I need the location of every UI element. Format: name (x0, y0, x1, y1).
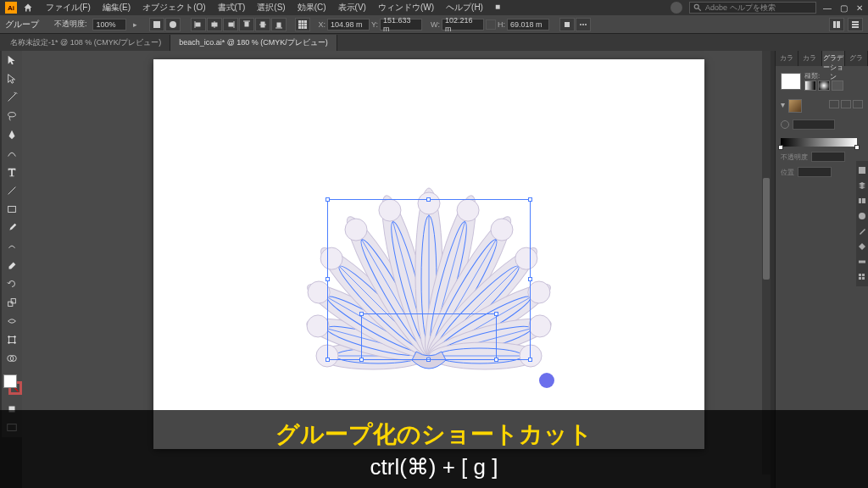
menu-file[interactable]: ファイル(F) (41, 0, 96, 15)
stroke-gradient-swatch[interactable] (788, 99, 802, 113)
panel-tab-colorguide[interactable]: カラ (798, 51, 821, 66)
svg-rect-7 (212, 23, 217, 26)
svg-point-74 (418, 192, 440, 214)
tab-doc2[interactable]: beach_ico.ai* @ 180 % (CMYK/プレビュー) (170, 35, 337, 51)
menu-window[interactable]: ウィンドウ(W) (373, 0, 439, 15)
line-tool[interactable] (2, 181, 22, 200)
gradient-slider[interactable] (781, 138, 857, 147)
align-center-button[interactable] (207, 18, 222, 31)
linear-gradient-button[interactable] (804, 80, 816, 91)
svg-rect-31 (852, 24, 859, 25)
close-icon[interactable]: ✕ (856, 3, 863, 13)
menu-object[interactable]: オブジェクト(O) (137, 0, 210, 15)
selection-tool[interactable] (2, 51, 22, 69)
menu-effect[interactable]: 効果(C) (292, 0, 331, 15)
chevron-down-icon[interactable]: ▸ (133, 20, 137, 29)
brushes-panel-icon[interactable] (856, 225, 868, 237)
align-middle-button[interactable] (255, 18, 270, 31)
gradient-stop[interactable] (854, 145, 860, 150)
svg-point-86 (515, 247, 537, 269)
symbols-panel-icon[interactable] (856, 241, 868, 252)
w-input[interactable]: 102.216 m (442, 19, 484, 30)
minimize-icon[interactable]: — (823, 3, 832, 13)
swatches-panel-icon[interactable] (856, 271, 868, 283)
recolor-button[interactable] (165, 18, 181, 31)
essentials-button[interactable] (848, 18, 863, 31)
maximize-icon[interactable]: ▢ (840, 3, 848, 13)
freeform-gradient-button[interactable] (832, 80, 843, 91)
align-bottom-button[interactable] (271, 18, 287, 31)
scrollbar-thumb[interactable] (763, 178, 770, 280)
stroke-grad-option1[interactable] (829, 100, 839, 108)
app-icon: Ai (5, 2, 17, 14)
curvature-tool[interactable] (2, 144, 22, 163)
pen-tool[interactable] (2, 125, 22, 144)
svg-point-27 (585, 24, 587, 25)
help-search[interactable]: Adobe ヘルプを検索 (689, 2, 816, 14)
extra-options-button[interactable] (576, 18, 591, 31)
search-placeholder: Adobe ヘルプを検索 (705, 3, 776, 14)
direct-selection-tool[interactable] (2, 69, 22, 88)
opacity-input[interactable]: 100% (92, 19, 126, 30)
svg-rect-2 (153, 21, 160, 28)
shape-builder-tool[interactable] (2, 349, 22, 368)
rotate-tool[interactable] (2, 274, 22, 293)
svg-rect-38 (9, 337, 15, 343)
libraries-panel-icon[interactable] (856, 195, 868, 207)
user-avatar[interactable] (670, 2, 682, 14)
h-input[interactable]: 69.018 m (507, 19, 549, 30)
menu-help[interactable]: ヘルプ(H) (441, 0, 488, 15)
align-right-button[interactable] (223, 18, 238, 31)
arrange-docs-button[interactable] (829, 18, 844, 31)
free-transform-tool[interactable] (2, 330, 22, 349)
edit-gradient-icon[interactable]: ▾ (781, 100, 785, 109)
angle-input[interactable] (793, 119, 835, 130)
transform-anchor[interactable] (295, 18, 310, 31)
stop-opacity-input[interactable] (811, 152, 845, 162)
home-icon[interactable] (22, 2, 34, 14)
stop-position-input[interactable] (798, 167, 832, 177)
panel-tab-gradient[interactable]: グラデーション (822, 51, 845, 66)
type-tool[interactable] (2, 163, 22, 181)
artboard[interactable] (153, 59, 704, 449)
gradient-swatch[interactable] (781, 73, 801, 90)
svg-rect-11 (245, 22, 248, 26)
shape-mode-button[interactable] (559, 18, 575, 31)
shaper-tool[interactable] (2, 237, 22, 256)
align-left-button[interactable] (191, 18, 206, 31)
style-button[interactable] (149, 18, 164, 31)
panel-tab-color[interactable]: カラ (776, 51, 798, 66)
fill-swatch[interactable] (3, 374, 17, 388)
radial-gradient-button[interactable] (818, 80, 830, 91)
menu-extra[interactable]: ■ (490, 0, 505, 15)
stroke-panel-icon[interactable] (856, 256, 868, 268)
rectangle-tool[interactable] (2, 200, 22, 219)
paintbrush-tool[interactable] (2, 219, 22, 237)
eraser-tool[interactable] (2, 256, 22, 274)
y-input[interactable]: 151.633 m (380, 19, 422, 30)
fill-stroke-swatch[interactable] (2, 373, 22, 400)
lasso-tool[interactable] (2, 107, 22, 125)
tab-doc1[interactable]: 名称未設定-1* @ 108 % (CMYK/プレビュー) (2, 35, 170, 51)
scale-tool[interactable] (2, 293, 22, 312)
panel-tab-gra2[interactable]: グラ (845, 51, 868, 66)
properties-panel-icon[interactable] (856, 164, 868, 176)
svg-point-82 (491, 219, 513, 241)
width-tool[interactable] (2, 312, 22, 330)
stroke-grad-option3[interactable] (853, 100, 863, 108)
magic-wand-tool[interactable] (2, 88, 22, 107)
stroke-grad-option2[interactable] (841, 100, 851, 108)
menu-type[interactable]: 書式(T) (213, 0, 251, 15)
svg-rect-104 (859, 274, 861, 276)
gradient-stop[interactable] (778, 145, 783, 150)
link-wh-icon[interactable] (486, 19, 496, 30)
menu-edit[interactable]: 編集(E) (97, 0, 136, 15)
layers-panel-icon[interactable] (856, 180, 868, 191)
x-input[interactable]: 104.98 m (327, 19, 370, 30)
shell-artwork[interactable] (153, 59, 704, 449)
svg-line-1 (698, 8, 701, 11)
menu-view[interactable]: 表示(V) (333, 0, 371, 15)
align-top-button[interactable] (239, 18, 254, 31)
appearance-panel-icon[interactable] (856, 210, 868, 222)
menu-select[interactable]: 選択(S) (252, 0, 290, 15)
